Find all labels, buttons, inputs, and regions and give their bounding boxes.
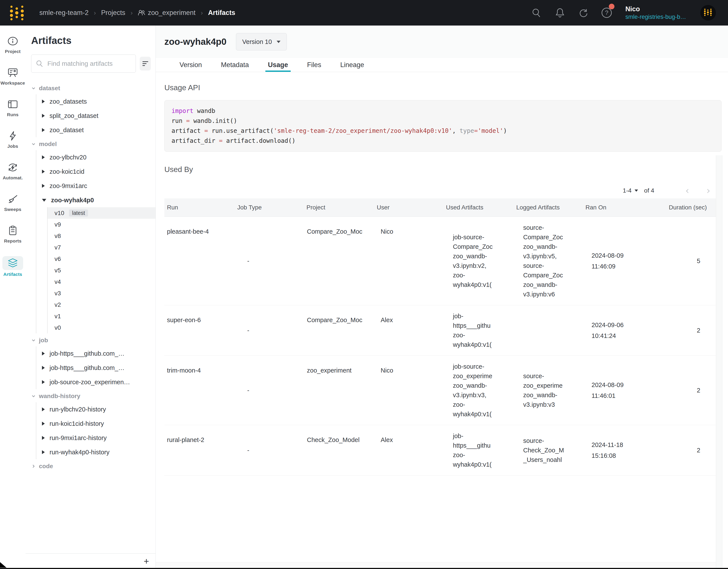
tree-item[interactable]: zoo-ylbchv20 xyxy=(42,150,156,164)
tab-usage[interactable]: Usage xyxy=(268,58,288,72)
version-dropdown[interactable]: Version 10 xyxy=(236,33,287,50)
tab-lineage[interactable]: Lineage xyxy=(340,58,364,72)
tree-item[interactable]: job-https___github.com_… xyxy=(42,361,156,375)
wandb-logo-icon[interactable] xyxy=(10,4,25,21)
rail-label: Automat. xyxy=(3,175,23,180)
logged-artifacts-cell: source- Compare_Zoc zoo_wandb- v3.ipynb:… xyxy=(514,223,570,299)
prev-page-button[interactable]: ‹ xyxy=(680,186,695,195)
version-row-v10[interactable]: v10 latest xyxy=(48,207,156,219)
tree-item[interactable]: zoo-koic1cid xyxy=(42,164,156,179)
rail-item-workspace[interactable]: Workspace xyxy=(0,63,26,94)
caret-right-icon xyxy=(42,155,45,159)
rail-item-sweeps[interactable]: Sweeps xyxy=(0,189,26,221)
tab-files[interactable]: Files xyxy=(307,58,321,72)
search-icon xyxy=(36,60,43,67)
rail-item-artifacts[interactable]: Artifacts xyxy=(0,252,26,284)
search-icon[interactable] xyxy=(531,7,542,18)
tree-item[interactable]: run-ylbchv20-history xyxy=(42,402,156,417)
logged-artifacts-cell: source- zoo_experime zoo_wandb- v3.ipynb… xyxy=(514,371,570,409)
run-name-link[interactable]: pleasant-bee-4 xyxy=(164,223,235,299)
version-row[interactable]: v6 xyxy=(48,253,156,264)
breadcrumb-project[interactable]: zoo_experiment xyxy=(138,9,196,17)
caret-right-icon xyxy=(42,450,45,454)
run-name-link[interactable]: rural-planet-2 xyxy=(164,431,235,469)
tree-item[interactable]: zoo_dataset xyxy=(42,123,156,137)
tree-section-header-dataset[interactable]: dataset xyxy=(31,82,156,94)
rail-item-reports[interactable]: Reports xyxy=(0,221,26,252)
next-page-button[interactable]: › xyxy=(701,186,716,195)
code-token: wandb xyxy=(193,107,215,114)
rail-item-jobs[interactable]: Jobs xyxy=(0,126,26,157)
user-cell: Nico xyxy=(374,362,443,419)
rail-item-project[interactable]: Project xyxy=(0,31,26,63)
tree-item-selected[interactable]: zoo-wyhak4p0 xyxy=(42,193,156,207)
workspace-icon xyxy=(6,67,19,79)
version-row[interactable]: v5 xyxy=(48,264,156,276)
version-label: v10 xyxy=(55,210,64,216)
duration-cell: 2 xyxy=(653,327,716,334)
tree-section-job: job job-https___github.com_… job-https__… xyxy=(31,334,156,389)
run-name-link[interactable]: trim-moon-4 xyxy=(164,362,235,419)
avatar-logo-icon xyxy=(704,8,712,18)
avatar[interactable] xyxy=(700,5,716,21)
breadcrumb-projects[interactable]: Projects xyxy=(101,9,125,17)
add-artifact-plus-button[interactable]: + xyxy=(144,557,149,566)
tab-metadata[interactable]: Metadata xyxy=(221,58,249,72)
table-row: rural-planet-2 - Check_Zoo_Model Alex jo… xyxy=(164,425,716,476)
tree-item-label: run-ylbchv20-history xyxy=(50,406,106,413)
version-row[interactable]: v2 xyxy=(48,299,156,311)
tree-item[interactable]: job-source-zoo_experimen… xyxy=(42,375,156,389)
artifacts-layers-icon xyxy=(2,256,23,270)
table-row: trim-moon-4 - zoo_experiment Nico job-so… xyxy=(164,356,716,425)
help-icon[interactable]: ? xyxy=(601,7,612,18)
logo-dot xyxy=(21,10,24,13)
tree-item-label: run-9mxi1arc-history xyxy=(50,435,107,442)
version-row[interactable]: v1 xyxy=(48,311,156,322)
rail-item-automations[interactable]: Automat. xyxy=(0,157,26,189)
tree-item[interactable]: run-wyhak4p0-history xyxy=(42,445,156,459)
vertical-scrollbar[interactable] xyxy=(716,155,722,569)
filter-button[interactable] xyxy=(140,57,151,70)
tree-item[interactable]: job-https___github.com_… xyxy=(42,347,156,361)
used-by-heading: Used By xyxy=(164,165,728,174)
tree-item[interactable]: run-9mxi1arc-history xyxy=(42,431,156,445)
tree-section-label: wandb-history xyxy=(39,393,80,400)
version-row[interactable]: v8 xyxy=(48,230,156,242)
user-name: Nico xyxy=(625,5,686,13)
tree-item[interactable]: zoo_datasets xyxy=(42,94,156,109)
chevron-down-icon xyxy=(31,394,36,399)
tree-section-header-wandb-history[interactable]: wandb-history xyxy=(31,390,156,402)
tab-version[interactable]: Version xyxy=(180,58,202,72)
tree-section-header-model[interactable]: model xyxy=(31,138,156,150)
tree-section-header-job[interactable]: job xyxy=(31,334,156,347)
column-header-ran-on: Ran On xyxy=(583,204,653,211)
tree-item[interactable]: run-koic1cid-history xyxy=(42,417,156,431)
version-row[interactable]: v4 xyxy=(48,276,156,288)
tree-section-wandb-history: wandb-history run-ylbchv20-history run-k… xyxy=(31,390,156,459)
version-row[interactable]: v3 xyxy=(48,288,156,299)
tree-section-header-code[interactable]: code xyxy=(31,460,156,472)
breadcrumb-team[interactable]: smle-reg-team-2 xyxy=(39,9,88,17)
version-row[interactable]: v7 xyxy=(48,242,156,253)
rail-item-runs[interactable]: Runs xyxy=(0,94,26,126)
tree-item-label: job-https___github.com_… xyxy=(50,364,125,372)
version-row[interactable]: v0 xyxy=(48,322,156,334)
used-by-table: Run Job Type Project User Used Artifacts… xyxy=(164,198,716,476)
user-menu[interactable]: Nico smle-registries-bug-b… xyxy=(625,5,686,21)
logo-dot xyxy=(10,14,13,17)
tree-item[interactable]: zoo-9mxi1arc xyxy=(42,179,156,193)
page-range-dropdown[interactable]: 1-4 xyxy=(623,187,638,194)
used-artifacts-cell: job-source- zoo_experime zoo_wandb- v3.i… xyxy=(443,362,500,419)
run-name-link[interactable]: super-eon-6 xyxy=(164,311,235,350)
tree-item[interactable]: split_zoo_dataset xyxy=(42,109,156,123)
tree-section-label: dataset xyxy=(39,85,60,92)
code-token: , xyxy=(452,127,460,134)
notifications-bell-icon[interactable] xyxy=(554,7,566,18)
horizontal-scrollbar[interactable] xyxy=(156,562,716,568)
tree-item-label: zoo-wyhak4p0 xyxy=(51,197,94,204)
refresh-icon[interactable] xyxy=(578,7,589,18)
ran-on-cell: 2024-11-18 15:16:08 xyxy=(583,439,653,461)
version-row[interactable]: v9 xyxy=(48,219,156,230)
rail-label: Project xyxy=(5,49,21,54)
artifact-search-input[interactable] xyxy=(47,60,131,67)
